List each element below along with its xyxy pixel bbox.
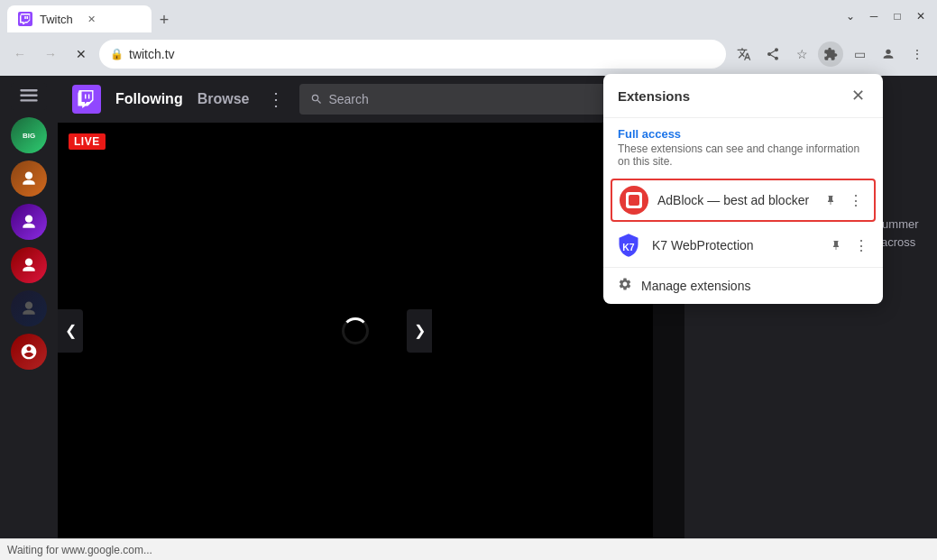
status-text: Waiting for www.google.com... <box>7 544 152 556</box>
adblock-pin-button[interactable] <box>820 189 841 211</box>
profile-icon[interactable] <box>876 41 901 67</box>
k7-extension-item[interactable]: K7 K7 WebProtection ⋮ <box>603 224 883 267</box>
svg-rect-4 <box>20 95 37 96</box>
svg-point-6 <box>25 172 32 179</box>
tab-favicon <box>18 12 32 26</box>
forward-button[interactable]: → <box>38 41 63 67</box>
title-bar: Twitch ✕ + ⌄ ─ □ ✕ <box>0 0 937 32</box>
adblock-more-button[interactable]: ⋮ <box>845 189 867 211</box>
svg-point-2 <box>886 50 890 54</box>
window-controls: ⌄ ─ □ ✕ <box>841 7 930 25</box>
sidebar-home-icon[interactable] <box>11 83 47 110</box>
sidebar-avatar-6[interactable] <box>11 334 47 370</box>
k7-pin-button[interactable] <box>825 234 847 256</box>
video-player[interactable]: LIVE <box>58 123 653 538</box>
video-nav: LIVE ❮ ❯ <box>58 123 684 538</box>
k7-icon: K7 <box>614 231 643 260</box>
manage-extensions-item[interactable]: Manage extensions <box>603 267 883 304</box>
extensions-popup: Extensions ✕ Full access These extension… <box>603 74 883 304</box>
tab-close-button[interactable]: ✕ <box>84 11 100 27</box>
k7-actions: ⋮ <box>825 234 872 256</box>
sidebar-avatar-1[interactable]: BIG <box>11 117 47 153</box>
popup-title: Extensions <box>618 88 690 104</box>
left-sidebar: BIG <box>0 76 58 538</box>
menu-icon[interactable]: ⋮ <box>905 41 930 67</box>
reload-button[interactable]: ✕ <box>69 41 94 67</box>
search-placeholder: Search <box>328 92 368 106</box>
adblock-icon <box>620 186 648 215</box>
status-bar: Waiting for www.google.com... <box>0 538 937 560</box>
adblock-name: AdBlock — best ad blocker <box>657 193 811 207</box>
svg-point-8 <box>25 259 32 266</box>
share-icon[interactable] <box>760 41 785 67</box>
browser-frame: Twitch ✕ + ⌄ ─ □ ✕ ← → ✕ 🔒 twitch.tv ☆ <box>0 0 937 560</box>
svg-point-7 <box>25 216 32 223</box>
translate-icon[interactable] <box>731 41 757 67</box>
gear-icon <box>618 277 632 295</box>
next-button[interactable]: ❯ <box>407 309 432 353</box>
popup-header: Extensions ✕ <box>603 74 883 118</box>
back-button[interactable]: ← <box>7 41 32 67</box>
full-access-section: Full access These extensions can see and… <box>603 118 883 177</box>
adblock-actions: ⋮ <box>820 189 867 211</box>
full-access-title: Full access <box>618 127 868 141</box>
tab-bar: Twitch ✕ + <box>7 0 834 32</box>
svg-rect-0 <box>24 16 26 19</box>
twitch-tab[interactable]: Twitch ✕ <box>7 5 152 32</box>
svg-rect-3 <box>20 89 37 91</box>
prev-button[interactable]: ❮ <box>58 309 83 353</box>
browse-link[interactable]: Browse <box>198 91 250 107</box>
lock-icon: 🔒 <box>110 48 124 60</box>
loading-spinner <box>342 317 369 344</box>
svg-point-9 <box>25 302 32 309</box>
following-link[interactable]: Following <box>115 91 183 107</box>
sidebar-avatar-5[interactable] <box>11 290 47 326</box>
adblock-extension-item[interactable]: AdBlock — best ad blocker ⋮ <box>611 179 876 222</box>
sidebar-toggle-icon[interactable]: ▭ <box>847 41 872 67</box>
svg-rect-1 <box>27 16 29 19</box>
twitch-logo[interactable] <box>72 85 101 114</box>
k7-more-button[interactable]: ⋮ <box>850 234 872 256</box>
live-badge: LIVE <box>69 133 106 150</box>
maximize-button[interactable]: □ <box>888 7 906 25</box>
url-text: twitch.tv <box>129 47 715 61</box>
manage-extensions-label: Manage extensions <box>641 279 750 293</box>
toolbar-icons: ☆ ▭ ⋮ <box>731 41 930 67</box>
chevron-down-icon[interactable]: ⌄ <box>841 7 859 25</box>
minimize-button[interactable]: ─ <box>865 7 883 25</box>
sidebar-avatar-3[interactable] <box>11 204 47 240</box>
new-tab-button[interactable]: + <box>152 7 177 32</box>
star-icon[interactable]: ☆ <box>789 41 814 67</box>
k7-name: K7 WebProtection <box>652 238 816 252</box>
sidebar-avatar-4[interactable] <box>11 247 47 283</box>
close-button[interactable]: ✕ <box>912 7 930 25</box>
svg-text:K7: K7 <box>622 242 635 252</box>
sidebar-avatar-2[interactable] <box>11 161 47 197</box>
svg-rect-5 <box>20 99 37 101</box>
search-bar[interactable]: Search <box>299 84 606 115</box>
url-bar[interactable]: 🔒 twitch.tv <box>99 40 726 69</box>
full-access-description: These extensions can see and change info… <box>618 142 868 168</box>
extensions-icon[interactable] <box>818 41 843 67</box>
popup-close-button[interactable]: ✕ <box>847 85 868 106</box>
tab-title: Twitch <box>40 13 73 26</box>
nav-more-button[interactable]: ⋮ <box>267 88 285 110</box>
address-bar: ← → ✕ 🔒 twitch.tv ☆ ▭ ⋮ <box>0 32 937 76</box>
